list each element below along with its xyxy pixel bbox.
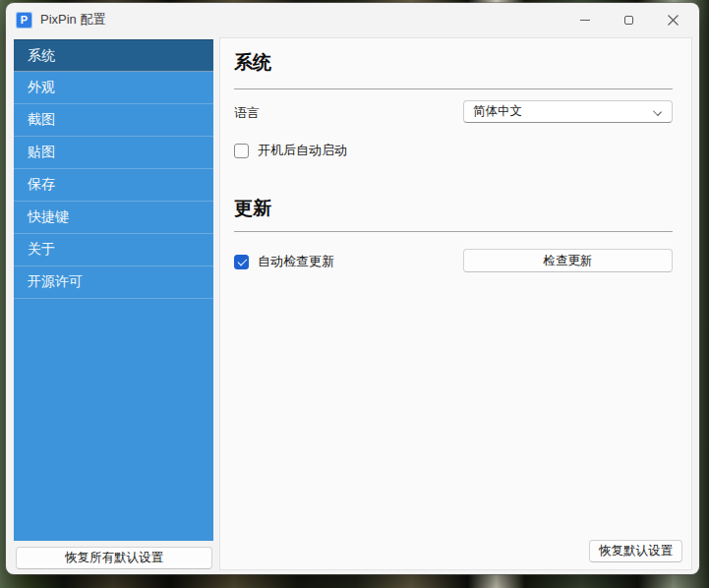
autostart-row[interactable]: 开机后自动启动	[234, 142, 347, 159]
sidebar-item-screenshot[interactable]: 截图	[14, 104, 213, 137]
autocheck-update-row[interactable]: 自动检查更新	[234, 253, 334, 270]
settings-panel: 系统 语言 简体中文 开机后自动启动 更新 自动检查更新 检查更新 恢复默认设置	[219, 37, 692, 570]
close-button[interactable]	[651, 3, 695, 36]
minimize-icon	[580, 20, 590, 21]
divider-system	[234, 88, 673, 89]
sidebar-item-license[interactable]: 开源许可	[14, 266, 213, 299]
sidebar-item-about[interactable]: 关于	[14, 234, 213, 266]
window-controls	[562, 3, 695, 36]
check-update-button[interactable]: 检查更新	[463, 249, 673, 272]
title-bar[interactable]: P PixPin 配置	[6, 3, 699, 36]
autostart-label: 开机后自动启动	[258, 142, 347, 159]
minimize-button[interactable]	[562, 3, 607, 36]
sidebar-item-hotkeys[interactable]: 快捷键	[14, 202, 213, 234]
section-title-system: 系统	[234, 50, 271, 76]
close-icon	[668, 15, 679, 26]
language-label: 语言	[234, 104, 260, 122]
maximize-button[interactable]	[607, 3, 651, 36]
sidebar-item-save[interactable]: 保存	[14, 169, 213, 202]
section-title-update: 更新	[234, 196, 271, 221]
chevron-down-icon	[653, 107, 662, 116]
reset-all-defaults-button[interactable]: 恢复所有默认设置	[16, 547, 212, 569]
sidebar-item-system[interactable]: 系统	[14, 39, 213, 72]
language-select-value: 简体中文	[473, 103, 522, 120]
window-title: PixPin 配置	[40, 11, 105, 29]
sidebar-item-pin[interactable]: 贴图	[14, 137, 213, 169]
pixpin-settings-window: P PixPin 配置 系统 外观 截图 贴图 保存	[6, 3, 699, 574]
reset-defaults-button[interactable]: 恢复默认设置	[589, 540, 682, 562]
pixpin-logo-icon: P	[16, 12, 32, 29]
sidebar-item-appearance[interactable]: 外观	[14, 72, 213, 104]
autocheck-update-label: 自动检查更新	[258, 253, 334, 270]
autostart-checkbox[interactable]	[234, 144, 249, 158]
autocheck-update-checkbox[interactable]	[234, 255, 249, 269]
language-select[interactable]: 简体中文	[463, 100, 673, 123]
maximize-icon	[624, 16, 633, 25]
settings-sidebar: 系统 外观 截图 贴图 保存 快捷键 关于 开源许可	[14, 39, 213, 541]
divider-update	[234, 231, 673, 232]
